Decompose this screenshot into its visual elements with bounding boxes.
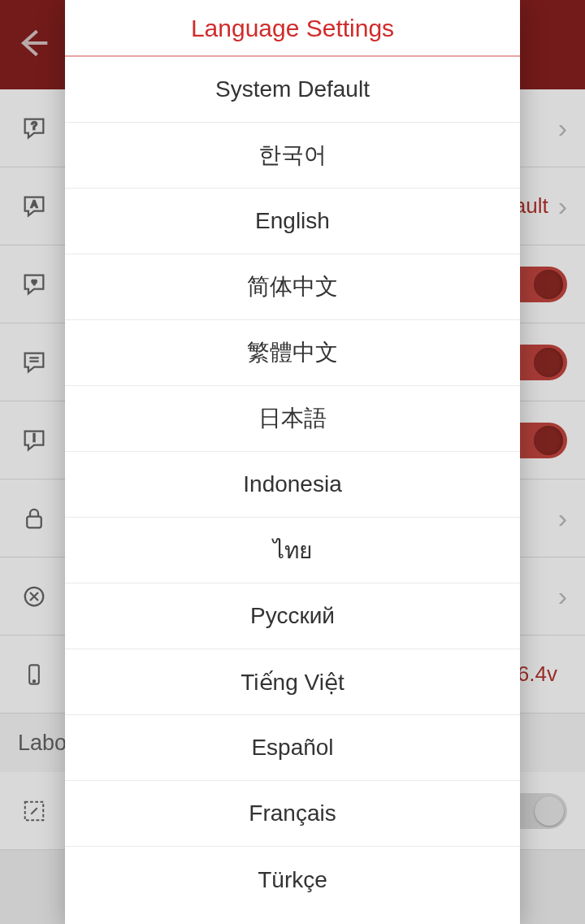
language-option[interactable]: 日本語 (65, 386, 520, 452)
language-option[interactable]: System Default (65, 57, 520, 123)
language-option[interactable]: 繁體中文 (65, 320, 520, 386)
language-option[interactable]: 한국어 (65, 123, 520, 189)
language-option[interactable]: Français (65, 781, 520, 847)
language-option[interactable]: 简体中文 (65, 254, 520, 320)
language-option[interactable]: Español (65, 715, 520, 781)
language-option[interactable]: Türkçe (65, 847, 520, 913)
language-option[interactable]: Tiếng Việt (65, 649, 520, 715)
language-option[interactable]: Indonesia (65, 452, 520, 518)
language-settings-modal: Language Settings System Default 한국어 Eng… (65, 0, 520, 924)
language-option[interactable]: Русский (65, 583, 520, 649)
app-root: ? Intro › A Language Default › ♥ Push Fa… (0, 0, 585, 924)
language-list: System Default 한국어 English 简体中文 繁體中文 日本語… (65, 57, 520, 924)
modal-title: Language Settings (65, 0, 520, 57)
language-option[interactable]: ไทย (65, 518, 520, 583)
language-option[interactable]: English (65, 189, 520, 254)
